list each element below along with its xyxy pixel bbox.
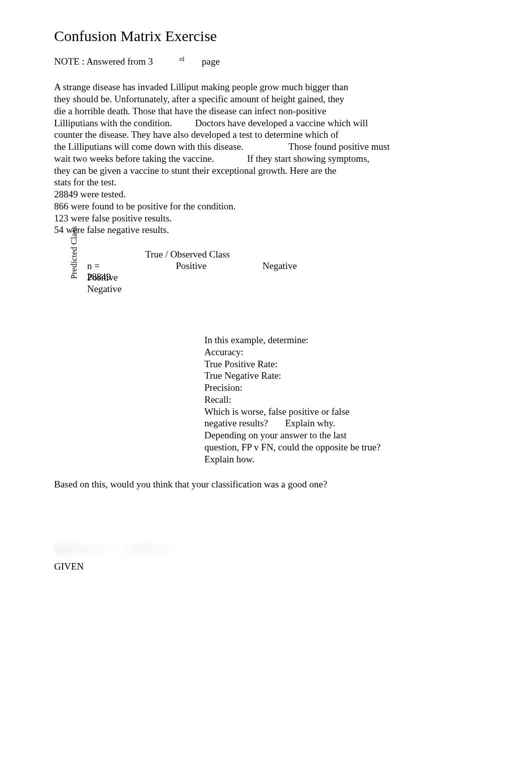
question-line: Depending on your answer to the last [204, 429, 478, 441]
question-line: question, FP v FN, could the opposite be… [204, 441, 478, 453]
body-segment: Those found positive must [289, 141, 390, 152]
question-intro: In this example, determine: [204, 334, 478, 346]
question-line: negative results?Explain why. [204, 417, 478, 429]
body-line: stats for the test. [54, 176, 478, 188]
note-prefix: NOTE : Answered from 3 [54, 56, 153, 67]
blurred-divider [54, 544, 179, 554]
matrix-top-header: True / Observed Class [145, 249, 230, 260]
question-segment: negative results? [204, 418, 268, 428]
matrix-col-positive: Positive [176, 260, 206, 272]
question-line: Recall: [204, 394, 478, 406]
body-line: counter the disease. They have also deve… [54, 129, 478, 141]
stat-line: 866 were found to be positive for the co… [54, 200, 478, 212]
body-line: they should be. Unfortunately, after a s… [54, 93, 478, 105]
question-line: Which is worse, false positive or false [204, 406, 478, 418]
question-line: Precision: [204, 382, 478, 394]
note-ordinal-sup: rd [179, 56, 184, 63]
page-title: Confusion Matrix Exercise [54, 28, 478, 45]
stat-line: 123 were false positive results. [54, 212, 478, 224]
matrix-row-negative: Negative [87, 284, 122, 295]
body-line: die a horrible death. Those that have th… [54, 105, 478, 117]
question-line: True Positive Rate: [204, 358, 478, 370]
note-suffix: page [202, 56, 220, 67]
body-line: Lilliputians with the condition.Doctors … [54, 117, 478, 129]
body-line: they can be given a vaccine to stunt the… [54, 165, 478, 177]
confusion-matrix: Predicted Class True / Observed Class n … [54, 249, 478, 309]
stat-line: 28849 were tested. [54, 188, 478, 200]
matrix-side-header: Predicted Class [69, 226, 79, 279]
matrix-col-negative: Negative [262, 260, 297, 272]
body-line: wait two weeks before taking the vaccine… [54, 153, 478, 165]
note-line: NOTE : Answered from 3 rd page [54, 56, 478, 67]
question-line: Accuracy: [204, 346, 478, 358]
questions-block: In this example, determine: Accuracy: Tr… [204, 334, 478, 465]
body-segment: wait two weeks before taking the vaccine… [54, 153, 214, 164]
question-line: Explain how. [204, 453, 478, 465]
stat-line: 54 were false negative results. [54, 224, 478, 236]
body-segment: the Lilliputians will come down with thi… [54, 141, 243, 152]
body-segment: Doctors have developed a vaccine which w… [195, 118, 368, 128]
body-segment: Lilliputians with the condition. [54, 118, 172, 128]
body-line: A strange disease has invaded Lilliput m… [54, 81, 478, 93]
question-segment: Explain why. [285, 418, 335, 428]
body-line: the Lilliputians will come down with thi… [54, 141, 478, 153]
stats-block: 28849 were tested. 866 were found to be … [54, 188, 478, 236]
final-question: Based on this, would you think that your… [54, 479, 478, 490]
body-segment: If they start showing symptoms, [247, 153, 369, 164]
question-line: True Negative Rate: [204, 370, 478, 382]
matrix-row-positive: Positive [87, 272, 118, 283]
given-label: GIVEN [54, 561, 84, 572]
body-paragraph: A strange disease has invaded Lilliput m… [54, 81, 478, 188]
